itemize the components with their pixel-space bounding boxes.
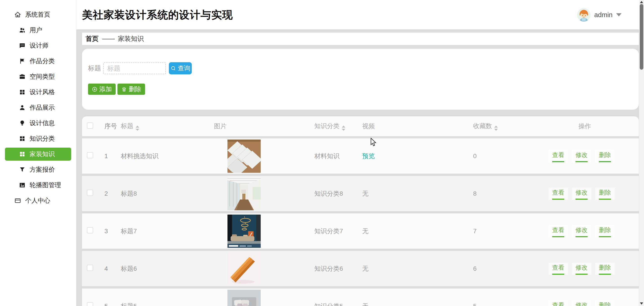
sidebar-item-label: 系统首页 [25,10,50,19]
scrollbar[interactable] [639,0,644,306]
row-checkbox[interactable] [87,190,93,196]
user-icon [19,104,26,111]
delete-link[interactable]: 删除 [595,188,614,200]
sidebar-item-label: 家装知识 [30,150,55,158]
row-checkbox[interactable] [87,265,93,271]
bulb-icon [19,120,26,127]
sidebar-item-space-type[interactable]: 空间类型 [0,70,76,83]
sidebar-item-label: 轮播图管理 [30,181,61,189]
sidebar-item-system-home[interactable]: 系统首页 [0,8,76,21]
delete-link[interactable]: 删除 [595,300,614,306]
sidebar-item-design-info[interactable]: 设计信息 [0,117,76,130]
add-button-label: 添加 [99,85,112,94]
scrollbar-thumb[interactable] [640,4,643,70]
filter-panel: 标题 查询 添加 删除 [82,49,639,110]
plus-circle-icon [92,87,98,92]
sidebar-item-users[interactable]: 用户 [0,24,76,37]
row-index: 4 [96,265,121,272]
avatar [577,8,590,22]
row-image-orange-trim-strip [214,252,314,285]
table-row: 4 标题6 知识分类6 无 6 查看 修改 删除 [82,251,639,286]
row-checkbox[interactable] [87,227,93,233]
add-button[interactable]: 添加 [88,84,116,95]
scroll-up-arrow[interactable] [640,1,643,3]
top-header: 美社家装设计系统的设计与实现 admin [76,0,644,30]
row-favorites: 0 [473,153,548,160]
grid-icon [19,151,26,157]
edit-link[interactable]: 修改 [572,225,591,237]
breadcrumb-separator: —— [102,35,114,43]
row-video: 无 [362,189,473,198]
row-title: 材料挑选知识 [121,152,214,160]
breadcrumb: 首页 —— 家装知识 [82,33,639,45]
view-link[interactable]: 查看 [548,225,568,237]
trash-icon [121,87,127,92]
row-title: 标题6 [121,264,214,273]
view-link[interactable]: 查看 [548,188,568,200]
sidebar-item-work-display[interactable]: 作品展示 [0,101,76,114]
query-button[interactable]: 查询 [169,62,192,74]
sidebar-item-personal-center[interactable]: 个人中心 [0,194,76,207]
row-index: 5 [96,303,121,306]
column-header-title[interactable]: 标题 [121,122,214,131]
row-index: 1 [96,153,121,160]
sort-icon[interactable] [342,126,345,131]
row-category: 知识分类6 [314,264,362,273]
id-card-icon [14,197,21,204]
sidebar-item-label: 空间类型 [30,72,55,81]
delete-link[interactable]: 删除 [595,150,614,162]
row-image-hallway-interior [214,177,314,210]
sidebar-item-label: 设计风格 [30,88,55,96]
delete-link[interactable]: 删除 [595,225,614,237]
sidebar-item-label: 设计师 [30,41,48,50]
column-header-favorites[interactable]: 收藏数 [473,122,548,131]
user-menu[interactable]: admin [577,8,622,22]
title-filter-label: 标题 [88,64,101,73]
table-row: 5 标题5 知识分类5 无 5 查看 修改 删除 [82,288,639,306]
select-all-checkbox[interactable] [87,122,93,129]
view-link[interactable]: 查看 [548,300,568,306]
view-link[interactable]: 查看 [548,263,568,275]
table-header-row: 序号 标题 图片 知识分类 视频 收藏数 操作 [82,116,639,136]
scroll-down-arrow[interactable] [640,302,643,305]
sidebar-item-home-knowledge[interactable]: 家装知识 [5,148,71,161]
delete-link[interactable]: 删除 [595,263,614,275]
row-category: 知识分类8 [314,189,362,198]
row-favorites: 8 [473,190,548,197]
sidebar-item-designer[interactable]: 设计师 [0,39,76,52]
main-content: 首页 —— 家装知识 标题 查询 添加 删除 序号 [76,30,644,306]
query-button-label: 查询 [178,64,190,73]
row-video: 无 [362,264,473,273]
sort-icon[interactable] [136,126,139,131]
row-favorites: 5 [473,303,548,306]
sidebar-item-design-style[interactable]: 设计风格 [0,86,76,99]
title-filter-input[interactable] [103,63,166,74]
sidebar-item-work-category[interactable]: 作品分类 [0,55,76,68]
sidebar-item-knowledge-category[interactable]: 知识分类 [0,132,76,145]
username: admin [594,11,612,19]
grid-icon [19,89,26,96]
row-image-bedroom [214,289,314,306]
edit-link[interactable]: 修改 [572,188,591,200]
breadcrumb-home[interactable]: 首页 [86,34,98,43]
column-header-category[interactable]: 知识分类 [314,122,362,131]
row-title: 标题8 [121,189,214,198]
edit-link[interactable]: 修改 [572,263,591,275]
delete-button[interactable]: 删除 [118,84,145,95]
sidebar-item-label: 用户 [30,26,42,34]
row-title: 标题5 [121,302,214,306]
edit-link[interactable]: 修改 [572,300,591,306]
row-checkbox[interactable] [87,302,93,306]
sidebar-item-label: 知识分类 [30,134,55,143]
sidebar-item-carousel-management[interactable]: 轮播图管理 [0,179,76,192]
grid-icon [19,135,26,142]
data-table: 序号 标题 图片 知识分类 视频 收藏数 操作 1 材料挑选知识 材料知识 预览… [82,116,639,306]
breadcrumb-current: 家装知识 [118,34,144,43]
row-checkbox[interactable] [87,152,93,158]
sort-icon[interactable] [494,126,498,131]
sidebar-item-plan-quote[interactable]: 方案报价 [0,163,76,176]
view-link[interactable]: 查看 [548,150,568,162]
edit-link[interactable]: 修改 [572,150,591,162]
chevron-down-icon [616,13,622,17]
video-preview-link[interactable]: 预览 [362,153,375,160]
